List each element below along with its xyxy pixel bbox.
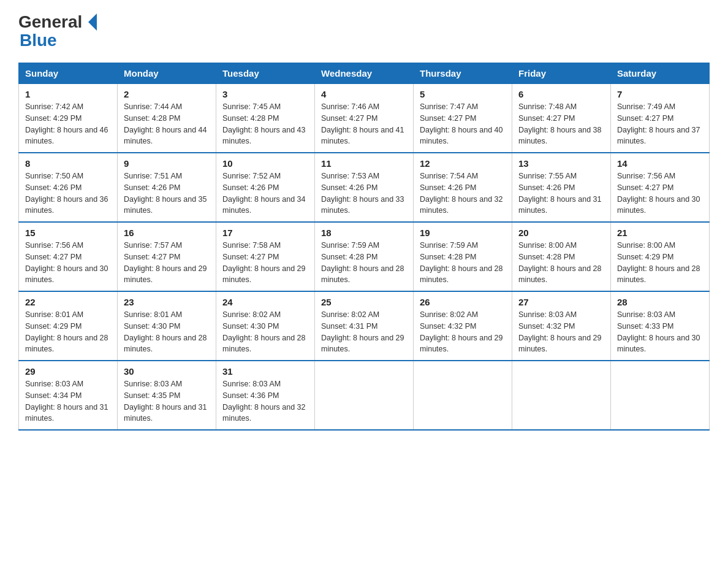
day-number: 11 — [321, 158, 407, 169]
day-info: Sunrise: 8:01 AM Sunset: 4:30 PM Dayligh… — [124, 309, 210, 355]
day-info: Sunrise: 7:52 AM Sunset: 4:26 PM Dayligh… — [222, 170, 308, 216]
calendar-cell: 3 Sunrise: 7:45 AM Sunset: 4:28 PM Dayli… — [216, 84, 315, 153]
day-number: 14 — [617, 158, 703, 169]
calendar-cell: 8 Sunrise: 7:50 AM Sunset: 4:26 PM Dayli… — [19, 153, 118, 222]
calendar-day-header: Saturday — [611, 63, 710, 84]
day-number: 5 — [420, 89, 506, 99]
calendar-cell: 7 Sunrise: 7:49 AM Sunset: 4:27 PM Dayli… — [611, 84, 710, 153]
day-info: Sunrise: 8:01 AM Sunset: 4:29 PM Dayligh… — [25, 309, 111, 355]
day-number: 25 — [321, 297, 407, 307]
day-number: 4 — [321, 89, 407, 99]
calendar-cell — [512, 361, 611, 430]
day-number: 30 — [124, 366, 210, 377]
calendar-cell: 17 Sunrise: 7:58 AM Sunset: 4:27 PM Dayl… — [216, 222, 315, 291]
day-number: 29 — [25, 366, 111, 377]
day-number: 10 — [222, 158, 308, 169]
day-info: Sunrise: 7:47 AM Sunset: 4:27 PM Dayligh… — [420, 101, 506, 147]
day-info: Sunrise: 7:45 AM Sunset: 4:28 PM Dayligh… — [222, 101, 308, 147]
day-info: Sunrise: 7:54 AM Sunset: 4:26 PM Dayligh… — [420, 170, 506, 216]
calendar-week-row: 29 Sunrise: 8:03 AM Sunset: 4:34 PM Dayl… — [19, 361, 710, 430]
calendar-header-row: SundayMondayTuesdayWednesdayThursdayFrid… — [19, 63, 710, 84]
day-info: Sunrise: 8:00 AM Sunset: 4:29 PM Dayligh… — [617, 240, 703, 286]
calendar-cell: 16 Sunrise: 7:57 AM Sunset: 4:27 PM Dayl… — [118, 222, 216, 291]
day-number: 9 — [124, 158, 210, 169]
day-number: 12 — [420, 158, 506, 169]
day-number: 23 — [124, 297, 210, 307]
day-info: Sunrise: 7:53 AM Sunset: 4:26 PM Dayligh… — [321, 170, 407, 216]
day-number: 24 — [222, 297, 308, 307]
day-number: 21 — [617, 228, 703, 238]
day-info: Sunrise: 7:55 AM Sunset: 4:26 PM Dayligh… — [518, 170, 604, 216]
calendar-cell: 6 Sunrise: 7:48 AM Sunset: 4:27 PM Dayli… — [512, 84, 611, 153]
day-number: 15 — [25, 228, 111, 238]
day-number: 28 — [617, 297, 703, 307]
calendar-cell: 9 Sunrise: 7:51 AM Sunset: 4:26 PM Dayli… — [118, 153, 216, 222]
day-number: 1 — [25, 89, 111, 99]
day-number: 31 — [222, 366, 308, 377]
day-number: 6 — [518, 89, 604, 99]
calendar-cell: 29 Sunrise: 8:03 AM Sunset: 4:34 PM Dayl… — [19, 361, 118, 430]
day-info: Sunrise: 7:46 AM Sunset: 4:27 PM Dayligh… — [321, 101, 407, 147]
day-info: Sunrise: 8:00 AM Sunset: 4:28 PM Dayligh… — [518, 240, 604, 286]
day-number: 17 — [222, 228, 308, 238]
day-number: 26 — [420, 297, 506, 307]
calendar-cell: 26 Sunrise: 8:02 AM Sunset: 4:32 PM Dayl… — [414, 291, 512, 361]
calendar-cell: 25 Sunrise: 8:02 AM Sunset: 4:31 PM Dayl… — [315, 291, 414, 361]
calendar-cell: 21 Sunrise: 8:00 AM Sunset: 4:29 PM Dayl… — [611, 222, 710, 291]
day-info: Sunrise: 7:48 AM Sunset: 4:27 PM Dayligh… — [518, 101, 604, 147]
calendar-cell: 2 Sunrise: 7:44 AM Sunset: 4:28 PM Dayli… — [118, 84, 216, 153]
logo-blue-text: Blue — [20, 31, 57, 50]
day-info: Sunrise: 8:03 AM Sunset: 4:32 PM Dayligh… — [518, 309, 604, 355]
calendar-cell — [414, 361, 512, 430]
day-number: 19 — [420, 228, 506, 238]
day-info: Sunrise: 7:59 AM Sunset: 4:28 PM Dayligh… — [321, 240, 407, 286]
calendar-cell: 15 Sunrise: 7:56 AM Sunset: 4:27 PM Dayl… — [19, 222, 118, 291]
page-header: General Blue — [18, 12, 710, 50]
calendar-cell: 4 Sunrise: 7:46 AM Sunset: 4:27 PM Dayli… — [315, 84, 414, 153]
calendar-week-row: 8 Sunrise: 7:50 AM Sunset: 4:26 PM Dayli… — [19, 153, 710, 222]
day-info: Sunrise: 8:02 AM Sunset: 4:30 PM Dayligh… — [222, 309, 308, 355]
day-number: 7 — [617, 89, 703, 99]
calendar-day-header: Friday — [512, 63, 611, 84]
day-number: 20 — [518, 228, 604, 238]
day-info: Sunrise: 8:03 AM Sunset: 4:35 PM Dayligh… — [124, 378, 210, 424]
logo-general-text: General — [18, 12, 82, 32]
day-info: Sunrise: 7:56 AM Sunset: 4:27 PM Dayligh… — [25, 240, 111, 286]
calendar-cell: 27 Sunrise: 8:03 AM Sunset: 4:32 PM Dayl… — [512, 291, 611, 361]
day-info: Sunrise: 8:03 AM Sunset: 4:36 PM Dayligh… — [222, 378, 308, 424]
calendar-cell: 18 Sunrise: 7:59 AM Sunset: 4:28 PM Dayl… — [315, 222, 414, 291]
calendar-cell: 10 Sunrise: 7:52 AM Sunset: 4:26 PM Dayl… — [216, 153, 315, 222]
calendar-cell: 22 Sunrise: 8:01 AM Sunset: 4:29 PM Dayl… — [19, 291, 118, 361]
calendar-cell: 11 Sunrise: 7:53 AM Sunset: 4:26 PM Dayl… — [315, 153, 414, 222]
day-info: Sunrise: 7:51 AM Sunset: 4:26 PM Dayligh… — [124, 170, 210, 216]
day-number: 8 — [25, 158, 111, 169]
calendar-day-header: Tuesday — [216, 63, 315, 84]
calendar-cell: 30 Sunrise: 8:03 AM Sunset: 4:35 PM Dayl… — [118, 361, 216, 430]
calendar-cell: 28 Sunrise: 8:03 AM Sunset: 4:33 PM Dayl… — [611, 291, 710, 361]
calendar-cell: 12 Sunrise: 7:54 AM Sunset: 4:26 PM Dayl… — [414, 153, 512, 222]
calendar-day-header: Thursday — [414, 63, 512, 84]
calendar-cell — [315, 361, 414, 430]
day-info: Sunrise: 7:59 AM Sunset: 4:28 PM Dayligh… — [420, 240, 506, 286]
day-number: 27 — [518, 297, 604, 307]
day-number: 22 — [25, 297, 111, 307]
day-number: 3 — [222, 89, 308, 99]
calendar-cell: 13 Sunrise: 7:55 AM Sunset: 4:26 PM Dayl… — [512, 153, 611, 222]
calendar-table: SundayMondayTuesdayWednesdayThursdayFrid… — [18, 63, 710, 431]
calendar-cell: 31 Sunrise: 8:03 AM Sunset: 4:36 PM Dayl… — [216, 361, 315, 430]
day-info: Sunrise: 8:02 AM Sunset: 4:32 PM Dayligh… — [420, 309, 506, 355]
calendar-day-header: Monday — [118, 63, 216, 84]
calendar-cell: 24 Sunrise: 8:02 AM Sunset: 4:30 PM Dayl… — [216, 291, 315, 361]
calendar-cell — [611, 361, 710, 430]
day-info: Sunrise: 7:56 AM Sunset: 4:27 PM Dayligh… — [617, 170, 703, 216]
calendar-week-row: 1 Sunrise: 7:42 AM Sunset: 4:29 PM Dayli… — [19, 84, 710, 153]
day-info: Sunrise: 8:03 AM Sunset: 4:34 PM Dayligh… — [25, 378, 111, 424]
day-info: Sunrise: 7:42 AM Sunset: 4:29 PM Dayligh… — [25, 101, 111, 147]
calendar-cell: 1 Sunrise: 7:42 AM Sunset: 4:29 PM Dayli… — [19, 84, 118, 153]
calendar-cell: 19 Sunrise: 7:59 AM Sunset: 4:28 PM Dayl… — [414, 222, 512, 291]
day-number: 16 — [124, 228, 210, 238]
day-number: 2 — [124, 89, 210, 99]
calendar-day-header: Wednesday — [315, 63, 414, 84]
calendar-week-row: 15 Sunrise: 7:56 AM Sunset: 4:27 PM Dayl… — [19, 222, 710, 291]
calendar-day-header: Sunday — [19, 63, 118, 84]
